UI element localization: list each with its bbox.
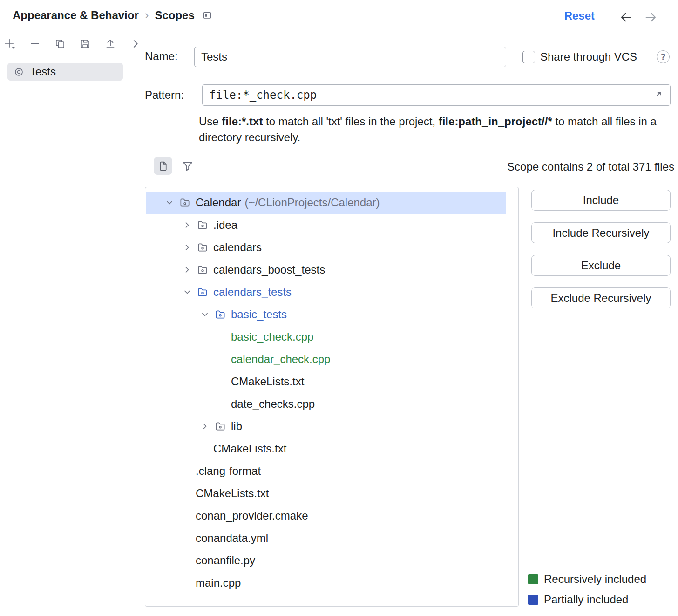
folder-icon	[215, 309, 225, 320]
show-files-toggle[interactable]	[154, 157, 172, 175]
scope-name: Tests	[30, 65, 56, 78]
tree-item-label: CMakeLists.txt	[231, 375, 304, 388]
tree-file-cmakelists-txt[interactable]: CMakeLists.txt	[146, 438, 506, 460]
tree-item-label: CMakeLists.txt	[213, 442, 286, 455]
tree-folder-calendars[interactable]: calendars	[146, 236, 506, 259]
legend-color-swatch	[528, 574, 538, 584]
scopes-toolbar	[4, 37, 142, 50]
breadcrumb-appearance-behavior[interactable]: Appearance & Behavior	[13, 9, 139, 22]
window-icon	[202, 10, 212, 21]
tree-item-path: (~/CLionProjects/Calendar)	[244, 196, 380, 209]
tree-folder-idea[interactable]: .idea	[146, 214, 506, 236]
tree-file-cmakelists-txt[interactable]: CMakeLists.txt	[146, 482, 506, 505]
add-scope-icon[interactable]	[4, 37, 16, 50]
reset-button[interactable]: Reset	[564, 9, 595, 22]
pattern-hint: Use file:*.txt to match all 'txt' files …	[199, 114, 665, 145]
tree-file-conandata-yml[interactable]: conandata.yml	[146, 527, 506, 549]
pattern-label: Pattern:	[145, 89, 184, 102]
save-icon[interactable]	[79, 37, 91, 50]
chevron-right-icon[interactable]	[182, 220, 192, 230]
share-vcs-checkbox[interactable]	[522, 51, 535, 63]
name-input[interactable]	[194, 47, 506, 67]
tree-file-conan-provider-cmake[interactable]: conan_provider.cmake	[146, 505, 506, 527]
page-title: Scopes	[155, 9, 194, 22]
tree-item-label: main.cpp	[196, 576, 241, 589]
chevron-right-icon[interactable]	[200, 421, 210, 431]
folder-icon	[180, 198, 190, 208]
tree-folder-basic-tests[interactable]: basic_tests	[146, 303, 506, 326]
name-label: Name:	[145, 50, 178, 63]
forward-arrow-icon[interactable]	[644, 10, 658, 24]
tree-item-label: .clang-format	[196, 465, 261, 478]
breadcrumb-separator-icon: ›	[143, 8, 150, 22]
tree-item-label: calendars_tests	[213, 286, 292, 299]
exclude-recursively-button[interactable]: Exclude Recursively	[531, 287, 671, 308]
include-button[interactable]: Include	[531, 190, 671, 211]
export-icon[interactable]	[104, 37, 116, 50]
tree-item-label: CMakeLists.txt	[196, 487, 269, 500]
tree-item-label: conan_provider.cmake	[196, 509, 308, 522]
tree-item-label: basic_tests	[231, 308, 287, 321]
scope-icon	[14, 67, 24, 77]
chevron-right-icon[interactable]	[129, 37, 142, 50]
remove-scope-icon[interactable]	[29, 37, 41, 50]
chevron-down-icon[interactable]	[200, 309, 210, 320]
tree-item-label: lib	[231, 420, 242, 433]
tree-file-cmakelists-txt[interactable]: CMakeLists.txt	[146, 370, 506, 393]
expand-icon[interactable]	[651, 89, 663, 103]
legend-label: Partially included	[544, 593, 628, 606]
tree-item-label: .idea	[213, 219, 237, 232]
back-arrow-icon[interactable]	[619, 10, 633, 24]
copy-scope-icon[interactable]	[54, 37, 66, 50]
scope-summary: Scope contains 2 of total 371 files	[507, 160, 674, 173]
tree-item-label: calendar_check.cpp	[231, 353, 330, 366]
exclude-button[interactable]: Exclude	[531, 255, 671, 276]
legend-label: Recursively included	[544, 573, 646, 586]
tree-item-label: conanfile.py	[196, 554, 255, 567]
tree-item-label: calendars	[213, 241, 262, 254]
tree-file-clang-format[interactable]: .clang-format	[146, 460, 506, 482]
sidebar-divider	[134, 31, 134, 616]
folder-icon	[197, 287, 208, 297]
tree-item-label: date_checks.cpp	[231, 397, 315, 411]
chevron-right-icon[interactable]	[182, 242, 192, 253]
tree-item-label: calendars_boost_tests	[213, 263, 325, 276]
legend-color-swatch	[528, 595, 538, 605]
filter-icon[interactable]	[181, 159, 195, 173]
folder-icon	[215, 421, 225, 431]
tree-folder-lib[interactable]: lib	[146, 415, 506, 438]
include-recursively-button[interactable]: Include Recursively	[531, 222, 671, 243]
help-icon[interactable]: ?	[657, 50, 670, 63]
tree-file-date-checks-cpp[interactable]: date_checks.cpp	[146, 393, 506, 415]
legend: Recursively includedPartially included	[528, 571, 646, 608]
tree-file-main-cpp[interactable]: main.cpp	[146, 572, 506, 594]
tree-item-label: Calendar	[196, 196, 241, 209]
chevron-down-icon[interactable]	[182, 287, 192, 297]
tree-folder-calendars-boost-tests[interactable]: calendars_boost_tests	[146, 259, 506, 281]
breadcrumb: Appearance & Behavior › Scopes	[13, 8, 212, 22]
chevron-right-icon[interactable]	[182, 265, 192, 275]
folder-icon	[197, 265, 208, 275]
scope-action-buttons: IncludeInclude RecursivelyExcludeExclude…	[531, 190, 671, 308]
legend-item-recursively-included: Recursively included	[528, 571, 646, 587]
legend-item-partially-included: Partially included	[528, 592, 646, 608]
folder-icon	[197, 220, 208, 230]
pattern-input[interactable]	[202, 84, 671, 106]
tree-item-label: conandata.yml	[196, 532, 268, 545]
folder-icon	[197, 242, 208, 253]
tree-file-calendar-check-cpp[interactable]: calendar_check.cpp	[146, 348, 506, 370]
tree-file-basic-check-cpp[interactable]: basic_check.cpp	[146, 326, 506, 348]
chevron-down-icon[interactable]	[164, 198, 175, 208]
file-tree[interactable]: Calendar(~/CLionProjects/Calendar).ideac…	[145, 187, 519, 607]
tree-folder-calendar[interactable]: Calendar(~/CLionProjects/Calendar)	[146, 192, 506, 214]
tree-folder-calendars-tests[interactable]: calendars_tests	[146, 281, 506, 303]
tree-item-label: basic_check.cpp	[231, 330, 313, 343]
share-vcs-label: Share through VCS	[540, 50, 637, 63]
sidebar-item-tests[interactable]: Tests	[7, 63, 123, 81]
tree-file-conanfile-py[interactable]: conanfile.py	[146, 549, 506, 572]
